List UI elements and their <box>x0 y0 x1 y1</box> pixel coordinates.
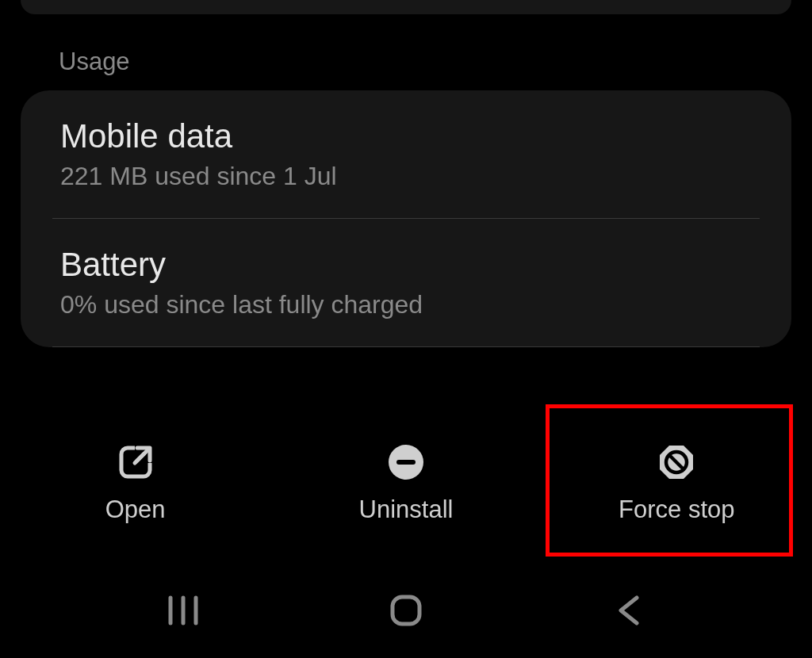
force-stop-button[interactable]: Force stop <box>542 420 812 547</box>
mobile-data-title: Mobile data <box>60 117 752 155</box>
home-button[interactable] <box>374 587 438 634</box>
home-icon <box>389 593 423 628</box>
previous-card-bottom <box>21 0 791 14</box>
battery-item[interactable]: Battery 0% used since last fully charged <box>21 219 791 346</box>
divider <box>52 346 760 347</box>
navigation-bar <box>0 563 812 658</box>
action-bar: Open Uninstall Force stop <box>0 420 812 547</box>
force-stop-label: Force stop <box>619 495 734 524</box>
uninstall-icon <box>387 443 425 481</box>
open-icon <box>117 443 155 481</box>
usage-card: Mobile data 221 MB used since 1 Jul Batt… <box>21 90 791 347</box>
open-button[interactable]: Open <box>0 420 270 547</box>
mobile-data-item[interactable]: Mobile data 221 MB used since 1 Jul <box>21 90 791 218</box>
back-icon <box>613 593 645 628</box>
open-label: Open <box>105 495 166 524</box>
recents-button[interactable] <box>151 587 215 634</box>
force-stop-icon <box>657 443 695 481</box>
svg-rect-4 <box>396 460 416 465</box>
uninstall-label: Uninstall <box>359 495 454 524</box>
battery-title: Battery <box>60 246 752 284</box>
mobile-data-subtitle: 221 MB used since 1 Jul <box>60 162 752 191</box>
uninstall-button[interactable]: Uninstall <box>270 420 541 547</box>
usage-section-header: Usage <box>0 14 812 76</box>
svg-rect-11 <box>393 597 419 624</box>
back-button[interactable] <box>597 587 661 634</box>
recents-icon <box>166 595 201 626</box>
battery-subtitle: 0% used since last fully charged <box>60 290 752 319</box>
